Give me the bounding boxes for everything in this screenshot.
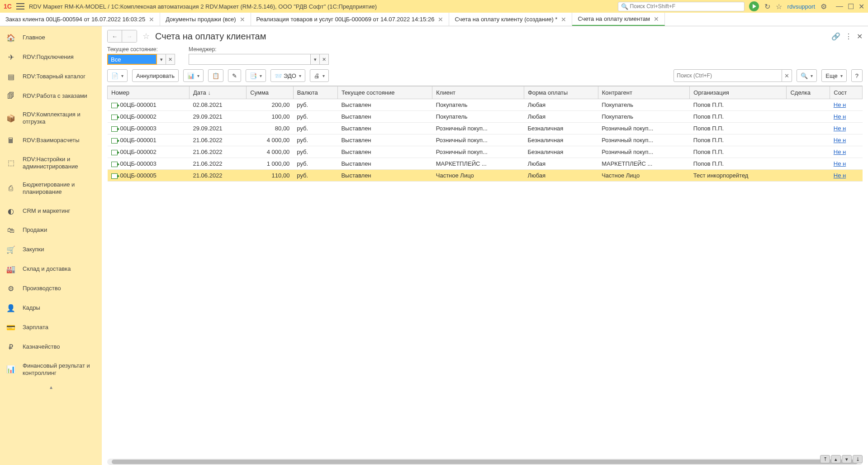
global-search-input[interactable]: [630, 3, 741, 10]
sidebar-collapse-icon[interactable]: ▴: [0, 382, 102, 392]
column-header[interactable]: Валюта: [293, 86, 337, 99]
sidebar-item[interactable]: 📦RDV:Комплектация и отгрузка: [0, 105, 102, 131]
tab[interactable]: Реализация товаров и услуг 00ЦБ-000069 о…: [251, 13, 450, 26]
tab-close-icon[interactable]: ✕: [149, 16, 154, 23]
settings-icon[interactable]: ⚙: [821, 2, 827, 11]
page-up-icon[interactable]: ▴: [831, 455, 841, 463]
table-search-clear-icon[interactable]: ✕: [782, 69, 792, 82]
close-page-icon[interactable]: ✕: [857, 32, 863, 41]
tab-close-icon[interactable]: ✕: [561, 16, 566, 23]
sidebar-item[interactable]: ⚙Производство: [0, 279, 102, 298]
status-link[interactable]: Не н: [834, 137, 846, 144]
sidebar-item[interactable]: 🛒Закупки: [0, 240, 102, 259]
page-first-icon[interactable]: ⤒: [820, 455, 830, 463]
sidebar-item[interactable]: 🛍Продажи: [0, 221, 102, 240]
edo-button[interactable]: 📨 ЭДО▾: [270, 69, 305, 82]
sidebar-item[interactable]: ⬚RDV:Настройки и администрирование: [0, 150, 102, 176]
sidebar-item[interactable]: ✈RDV:Подключения: [0, 48, 102, 67]
status-link[interactable]: Не н: [834, 149, 846, 155]
create-button[interactable]: 📄▾: [107, 69, 128, 82]
status-link[interactable]: Не н: [834, 160, 846, 167]
tab-close-icon[interactable]: ✕: [438, 16, 443, 23]
minimize-icon[interactable]: —: [836, 2, 843, 11]
column-header[interactable]: Сделка: [787, 86, 830, 99]
page-last-icon[interactable]: ⤓: [853, 455, 863, 463]
annul-button[interactable]: Аннулировать: [132, 69, 179, 82]
play-icon[interactable]: [749, 1, 759, 11]
manager-dropdown-icon[interactable]: ▾: [311, 54, 320, 65]
sidebar-item[interactable]: 🏠Главное: [0, 28, 102, 48]
star-icon[interactable]: ☆: [776, 2, 782, 11]
user-label[interactable]: rdvsupport: [787, 3, 815, 10]
doc-icon: [111, 173, 118, 179]
sidebar-item[interactable]: 🗐RDV:Работа с заказами: [0, 86, 102, 105]
state-clear-icon[interactable]: ✕: [166, 54, 175, 65]
more-button[interactable]: Еще▾: [821, 69, 846, 82]
status-link[interactable]: Не н: [834, 101, 846, 108]
forward-button[interactable]: →: [122, 30, 137, 42]
link-icon[interactable]: 🔗: [831, 32, 840, 41]
column-header[interactable]: Дата: [190, 86, 247, 99]
report-button[interactable]: 📊▾: [183, 69, 204, 82]
table-search-input[interactable]: [674, 69, 782, 82]
more-menu-icon[interactable]: ⋮: [845, 32, 852, 41]
sidebar-item[interactable]: ⎙Бюджетирование и планирование: [0, 176, 102, 201]
sidebar-item[interactable]: 📊Финансовый результат и контроллинг: [0, 357, 102, 383]
column-header[interactable]: Текущее состояние: [337, 86, 432, 99]
cell: руб.: [293, 158, 337, 170]
back-button[interactable]: ←: [108, 30, 122, 42]
sidebar-item[interactable]: 💳Зарплата: [0, 318, 102, 337]
status-link[interactable]: Не н: [834, 113, 846, 120]
cell: 4 000,00: [247, 134, 294, 146]
cell: Покупатель: [432, 111, 524, 123]
tab[interactable]: Счета на оплату клиенту (создание) *✕: [449, 13, 572, 26]
edit-button[interactable]: ✎: [228, 69, 241, 82]
sidebar-item[interactable]: 🖩RDV:Взаиморасчеты: [0, 131, 102, 150]
sidebar-item-label: Кадры: [23, 304, 97, 312]
table-row[interactable]: 00ЦБ-00000121.06.20224 000,00руб.Выставл…: [108, 134, 863, 146]
table-row[interactable]: 00ЦБ-00000521.06.2022110,00руб.Выставлен…: [108, 170, 863, 182]
table-row[interactable]: 00ЦБ-00000229.09.2021100,00руб.Выставлен…: [108, 111, 863, 123]
tab-close-icon[interactable]: ✕: [240, 16, 245, 23]
tab[interactable]: Счета на оплату клиентам✕: [572, 13, 665, 26]
global-search[interactable]: 🔍: [618, 2, 745, 11]
print-button[interactable]: 🖨▾: [310, 69, 329, 82]
main-menu-icon[interactable]: [16, 3, 24, 10]
sidebar-item[interactable]: 🏭Склад и доставка: [0, 259, 102, 279]
state-dropdown-icon[interactable]: ▾: [157, 54, 166, 65]
state-filter-input[interactable]: [107, 54, 157, 65]
maximize-icon[interactable]: ☐: [848, 2, 854, 11]
column-header[interactable]: Клиент: [432, 86, 524, 99]
column-header[interactable]: Сост: [830, 86, 863, 99]
close-icon[interactable]: ✕: [859, 2, 864, 11]
manager-filter-input[interactable]: [189, 54, 311, 65]
sidebar-item[interactable]: 👤Кадры: [0, 298, 102, 318]
table-row[interactable]: 00ЦБ-00000329.09.202180,00руб.ВыставленР…: [108, 123, 863, 134]
status-link[interactable]: Не н: [834, 125, 846, 132]
copy-button[interactable]: 📑▾: [246, 69, 266, 82]
search-button[interactable]: 🔍▾: [797, 69, 817, 82]
table-row[interactable]: 00ЦБ-00000321.06.20221 000,00руб.Выставл…: [108, 158, 863, 170]
column-header[interactable]: Номер: [108, 86, 190, 99]
column-header[interactable]: Контрагент: [598, 86, 690, 99]
sidebar-item[interactable]: ₽Казначейство: [0, 337, 102, 357]
status-link[interactable]: Не н: [834, 172, 846, 179]
column-header[interactable]: Форма оплаты: [524, 86, 598, 99]
history-icon[interactable]: ↻: [764, 2, 770, 11]
sidebar-item[interactable]: ▤RDV:Товарный каталог: [0, 67, 102, 86]
column-header[interactable]: Сумма: [247, 86, 294, 99]
tab[interactable]: Документы продажи (все)✕: [160, 13, 251, 26]
help-button[interactable]: ?: [851, 69, 863, 82]
list-button[interactable]: 📋: [208, 69, 223, 82]
table-row[interactable]: 00ЦБ-00000221.06.20224 000,00руб.Выставл…: [108, 146, 863, 158]
manager-clear-icon[interactable]: ✕: [320, 54, 329, 65]
h-scrollbar[interactable]: [107, 459, 863, 465]
manager-filter-label: Менеджер:: [189, 46, 329, 53]
tab-close-icon[interactable]: ✕: [654, 15, 659, 23]
page-down-icon[interactable]: ▾: [842, 455, 852, 463]
tab[interactable]: Заказ клиента 00ЦБ-000594 от 16.07.2022 …: [0, 13, 160, 26]
favorite-icon[interactable]: ☆: [142, 31, 150, 41]
table-row[interactable]: 00ЦБ-00000102.08.2021200,00руб.Выставлен…: [108, 99, 863, 111]
column-header[interactable]: Организация: [690, 86, 787, 99]
sidebar-item[interactable]: ◐CRM и маркетинг: [0, 201, 102, 221]
